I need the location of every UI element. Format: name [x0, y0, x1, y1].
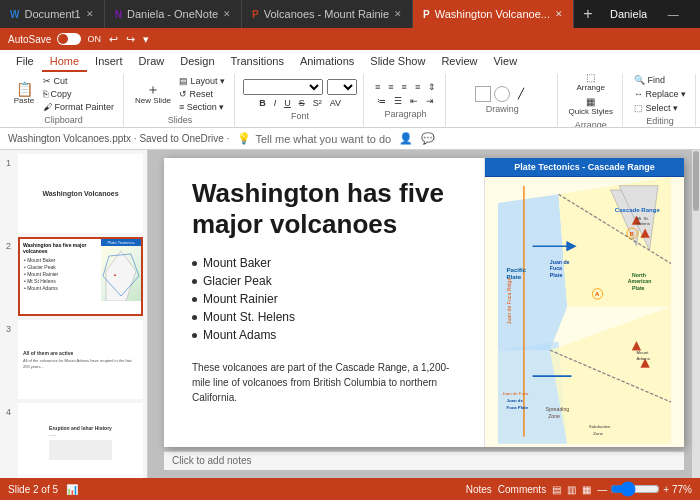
- minimize-button[interactable]: —: [655, 0, 691, 28]
- ribbon-tab-slideshow[interactable]: Slide Show: [362, 52, 433, 72]
- notes-placeholder[interactable]: Click to add notes: [164, 451, 684, 470]
- tab-ppt2[interactable]: P Washington Volcanoe... ✕: [413, 0, 574, 28]
- ribbon-tab-draw[interactable]: Draw: [131, 52, 173, 72]
- tab-word[interactable]: W Document1 ✕: [0, 0, 105, 28]
- section-button[interactable]: ≡ Section ▾: [176, 101, 228, 113]
- replace-button[interactable]: ↔ Replace ▾: [631, 88, 689, 100]
- text-shadow-button[interactable]: S²: [310, 97, 325, 109]
- svg-text:Cascade Range: Cascade Range: [615, 207, 661, 213]
- shape-rect[interactable]: [475, 86, 491, 102]
- bullet-4: Mount St. Helens: [192, 310, 464, 324]
- svg-text:Pacific: Pacific: [507, 267, 527, 273]
- file-info: Washington Volcanoes.pptx · Saved to One…: [8, 133, 229, 144]
- slide-thumb-3[interactable]: 3 All of them are active All of the volc…: [18, 320, 143, 399]
- char-spacing-button[interactable]: AV: [327, 97, 344, 109]
- tab-word-close[interactable]: ✕: [86, 9, 94, 19]
- editing-label: Editing: [646, 116, 674, 126]
- clipboard-group: 📋 Paste ✂ Cut ⎘ Copy 🖌 Format Painter Cl…: [4, 74, 124, 126]
- info-bar: Washington Volcanoes.pptx · Saved to One…: [0, 128, 700, 150]
- scrollbar-thumb[interactable]: [693, 151, 699, 211]
- thumb-2-title: Washington has five major volcanoes: [20, 239, 101, 255]
- scrollbar[interactable]: [692, 150, 700, 478]
- slide-thumb-1[interactable]: 1 Washington Volcanoes: [18, 154, 143, 233]
- numbering-button[interactable]: ☰: [391, 95, 405, 107]
- find-button[interactable]: 🔍 Find: [631, 74, 689, 86]
- cut-button[interactable]: ✂ Cut: [40, 75, 117, 87]
- paste-button[interactable]: 📋 Paste: [10, 80, 38, 107]
- comments-button[interactable]: Comments: [498, 484, 546, 495]
- slide-bullets: Mount Baker Glacier Peak Mount Rainier M…: [192, 256, 464, 346]
- decrease-indent-button[interactable]: ⇤: [407, 95, 421, 107]
- quick-styles-button[interactable]: ▦ Quick Styles: [566, 94, 616, 118]
- bullet-list-button[interactable]: ≔: [374, 95, 389, 107]
- status-bar: Slide 2 of 5 📊 Notes Comments ▤ ▥ ▦ — + …: [0, 478, 700, 500]
- select-button[interactable]: ⬚ Select ▾: [631, 102, 689, 114]
- notes-button[interactable]: Notes: [466, 484, 492, 495]
- arrange-button[interactable]: ⬚ Arrange: [574, 72, 608, 94]
- svg-text:North: North: [632, 272, 646, 278]
- arrange-group: ⬚ Arrange ▦ Quick Styles Arrange: [560, 74, 623, 126]
- slide-body: These volcanoes are part of the Cascade …: [192, 360, 464, 405]
- clipboard-row: 📋 Paste ✂ Cut ⎘ Copy 🖌 Format Painter: [10, 75, 117, 113]
- tab-onenote[interactable]: N Daniela - OneNote ✕: [105, 0, 242, 28]
- align-center-button[interactable]: ≡: [385, 81, 396, 93]
- tab-onenote-close[interactable]: ✕: [223, 9, 231, 19]
- ribbon-tab-insert[interactable]: Insert: [87, 52, 131, 72]
- tab-ppt1[interactable]: P Volcanoes - Mount Rainie ✕: [242, 0, 413, 28]
- view-slide-button[interactable]: ▥: [567, 484, 576, 495]
- status-right: Notes Comments ▤ ▥ ▦ — + 77%: [466, 484, 692, 495]
- slide-thumb-4[interactable]: 4 Eruption and lahar History ~~~: [18, 403, 143, 478]
- new-tab-button[interactable]: +: [574, 0, 602, 28]
- underline-button[interactable]: U: [281, 97, 294, 109]
- svg-text:B: B: [630, 231, 635, 237]
- layout-button[interactable]: ▤ Layout ▾: [176, 75, 228, 87]
- undo-button[interactable]: ↩: [107, 33, 120, 46]
- comments-icon[interactable]: 💬: [421, 132, 435, 145]
- align-left-button[interactable]: ≡: [372, 81, 383, 93]
- shape-oval[interactable]: [494, 86, 510, 102]
- svg-text:A: A: [595, 291, 600, 297]
- clipboard-label: Clipboard: [44, 115, 83, 125]
- reset-button[interactable]: ↺ Reset: [176, 88, 228, 100]
- customize-button[interactable]: ▾: [141, 33, 151, 46]
- zoom-slider[interactable]: [610, 485, 660, 493]
- text-direction-button[interactable]: ⇕: [425, 81, 439, 93]
- copy-button[interactable]: ⎘ Copy: [40, 88, 117, 100]
- bold-button[interactable]: B: [256, 97, 269, 109]
- ribbon-tab-design[interactable]: Design: [172, 52, 222, 72]
- zoom-minus-button[interactable]: —: [597, 484, 607, 495]
- ribbon-tab-review[interactable]: Review: [433, 52, 485, 72]
- slide-right: Plate Tectonics - Cascade Range: [484, 158, 684, 447]
- restore-button[interactable]: ❐: [691, 0, 700, 28]
- align-right-button[interactable]: ≡: [399, 81, 410, 93]
- zoom-control[interactable]: — + 77%: [597, 484, 692, 495]
- strikethrough-button[interactable]: S: [296, 97, 308, 109]
- share-icon[interactable]: 👤: [399, 132, 413, 145]
- new-slide-icon: ＋: [146, 82, 160, 96]
- italic-button[interactable]: I: [271, 97, 280, 109]
- increase-indent-button[interactable]: ⇥: [423, 95, 437, 107]
- ribbon-tab-file[interactable]: File: [8, 52, 42, 72]
- slides-label: Slides: [168, 115, 193, 125]
- tab-ppt2-close[interactable]: ✕: [555, 9, 563, 19]
- redo-button[interactable]: ↪: [124, 33, 137, 46]
- view-normal-button[interactable]: ▤: [552, 484, 561, 495]
- shape-line[interactable]: ╱: [513, 86, 529, 102]
- justify-button[interactable]: ≡: [412, 81, 423, 93]
- tell-me-box[interactable]: 💡 Tell me what you want to do: [237, 132, 391, 145]
- new-slide-button[interactable]: ＋ New Slide: [132, 80, 174, 107]
- view-reading-button[interactable]: ▦: [582, 484, 591, 495]
- format-painter-button[interactable]: 🖌 Format Painter: [40, 101, 117, 113]
- autosave-toggle[interactable]: [57, 33, 81, 45]
- font-size-select[interactable]: [327, 79, 357, 95]
- zoom-plus-button[interactable]: +: [663, 484, 669, 495]
- font-family-select[interactable]: [243, 79, 323, 95]
- slide-thumb-2[interactable]: 2 Washington has five major volcanoes • …: [18, 237, 143, 316]
- plate-diagram: Juan de Fuca Ridge Cascade Range Juan de…: [485, 177, 684, 444]
- ribbon-tab-home[interactable]: Home: [42, 52, 87, 72]
- ribbon-tab-transitions[interactable]: Transitions: [223, 52, 292, 72]
- svg-text:Plate: Plate: [507, 274, 522, 280]
- tab-ppt1-close[interactable]: ✕: [394, 9, 402, 19]
- ribbon-tab-view[interactable]: View: [485, 52, 525, 72]
- ribbon-tab-animations[interactable]: Animations: [292, 52, 362, 72]
